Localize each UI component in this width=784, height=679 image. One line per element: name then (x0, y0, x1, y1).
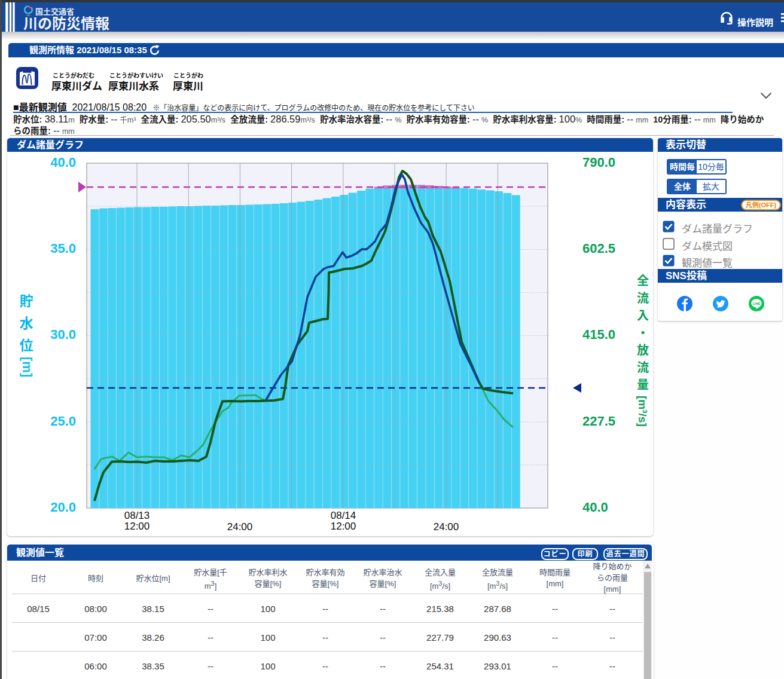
svg-text:LINE: LINE (752, 302, 761, 305)
